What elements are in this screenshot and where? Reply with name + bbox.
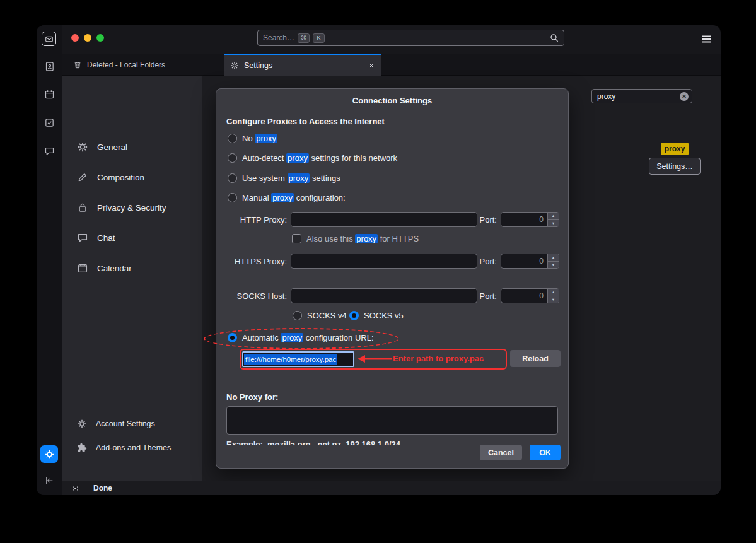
radio-icon[interactable] <box>228 173 237 183</box>
shortcut-key-cmd: ⌘ <box>298 33 310 43</box>
sidebar-item-composition[interactable]: Composition <box>62 165 202 190</box>
screen: Search… ⌘ K Deleted - Local Folders Sett… <box>0 0 756 543</box>
http-proxy-label: HTTP Proxy: <box>216 215 287 225</box>
port-spinner[interactable]: ▲▼ <box>547 289 559 303</box>
address-book-icon <box>44 61 55 72</box>
gear-icon <box>77 141 88 153</box>
thunderbird-window: Search… ⌘ K Deleted - Local Folders Sett… <box>37 25 721 495</box>
port-spinner[interactable]: ▲▼ <box>547 213 559 226</box>
text-segment: Auto-detect <box>242 153 286 163</box>
port-spinner[interactable]: ▲▼ <box>547 254 559 268</box>
puzzle-icon <box>77 443 87 453</box>
radio-icon[interactable] <box>228 333 237 342</box>
sidebar-item-calendar[interactable]: Calendar <box>62 255 202 281</box>
port-value: 0 <box>501 289 547 303</box>
global-search-input[interactable]: Search… ⌘ K <box>257 30 564 46</box>
checkbox-icon[interactable] <box>292 234 301 243</box>
radio-automatic-proxy-url[interactable]: Automatic proxy configuration URL: <box>228 333 374 342</box>
space-chat-button[interactable] <box>44 145 55 156</box>
sidebar-item-label: Composition <box>97 173 144 182</box>
collapse-icon <box>44 476 54 486</box>
shortcut-key-k: K <box>313 33 325 43</box>
sidebar-item-addons-themes[interactable]: Add-ons and Themes <box>62 436 202 459</box>
radio-icon[interactable] <box>228 193 237 202</box>
gear-icon <box>44 449 55 460</box>
selected-url-text: file:///home/h0mer/proxy.pac <box>244 354 337 365</box>
radio-icon[interactable] <box>349 311 359 320</box>
calendar-icon <box>44 89 55 100</box>
socks-port-field[interactable]: 0 ▲▼ <box>501 288 559 303</box>
radio-label: No proxy <box>242 134 277 143</box>
settings-sidebar: General Composition Privacy & Security C… <box>62 76 202 481</box>
tab-bar: Deleted - Local Folders Settings <box>62 54 721 76</box>
radio-icon[interactable] <box>228 153 237 163</box>
activity-signal-icon <box>71 484 80 493</box>
match-highlight: proxy <box>271 193 294 202</box>
calendar-icon <box>77 262 88 274</box>
sidebar-item-account-settings[interactable]: Account Settings <box>62 412 202 435</box>
spinner-down-icon[interactable]: ▼ <box>548 262 559 269</box>
traffic-close-button[interactable] <box>71 34 79 42</box>
space-calendar-button[interactable] <box>44 88 55 100</box>
reload-button[interactable]: Reload <box>510 350 561 367</box>
traffic-zoom-button[interactable] <box>96 34 104 42</box>
sidebar-item-label: Add-ons and Themes <box>96 443 171 452</box>
text-segment: Also use this <box>306 234 355 243</box>
search-placeholder: Search… <box>263 33 294 42</box>
spinner-down-icon[interactable]: ▼ <box>548 220 559 227</box>
spinner-up-icon[interactable]: ▲ <box>548 213 559 220</box>
port-value: 0 <box>501 213 547 226</box>
space-addressbook-button[interactable] <box>44 61 55 72</box>
spaces-toolbar <box>37 25 62 495</box>
settings-search-input[interactable]: proxy ✕ <box>591 89 692 103</box>
collapse-spaces-button[interactable] <box>44 475 55 486</box>
spinner-up-icon[interactable]: ▲ <box>548 289 559 296</box>
spinner-up-icon[interactable]: ▲ <box>548 254 559 262</box>
pencil-icon <box>77 172 88 183</box>
http-port-field[interactable]: 0 ▲▼ <box>501 212 559 227</box>
tab-deleted-local-folders[interactable]: Deleted - Local Folders <box>73 54 165 76</box>
radio-icon[interactable] <box>293 311 302 320</box>
radio-no-proxy[interactable]: No proxy <box>228 134 277 143</box>
checkbox-use-proxy-https[interactable]: Also use this proxy for HTTPS <box>292 234 419 243</box>
app-menu-button[interactable] <box>701 33 712 45</box>
sidebar-item-label: Calendar <box>97 264 132 273</box>
settings-tab-label: Settings <box>244 61 363 70</box>
proxy-settings-button[interactable]: Settings… <box>649 158 701 175</box>
ok-button[interactable]: OK <box>530 445 561 460</box>
clear-search-icon[interactable]: ✕ <box>680 92 689 101</box>
trash-icon <box>73 61 82 69</box>
close-icon[interactable] <box>368 62 375 69</box>
radio-socks-v4[interactable]: SOCKS v4 <box>293 311 347 320</box>
radio-label: SOCKS v4 <box>307 311 347 320</box>
proxy-url-input[interactable]: file:///home/h0mer/proxy.pac <box>242 351 354 367</box>
sidebar-item-general[interactable]: General <box>62 134 202 160</box>
space-tasks-button[interactable] <box>44 117 55 128</box>
radio-manual-proxy[interactable]: Manual proxy configuration: <box>228 193 346 202</box>
space-settings-button[interactable] <box>40 445 58 463</box>
spinner-down-icon[interactable]: ▼ <box>548 296 559 303</box>
tab-settings[interactable]: Settings <box>224 54 381 76</box>
text-segment: configuration: <box>294 193 346 202</box>
no-proxy-for-textarea[interactable] <box>226 406 558 435</box>
port-label: Port: <box>426 291 497 301</box>
traffic-minimize-button[interactable] <box>84 34 91 42</box>
radio-autodetect-proxy[interactable]: Auto-detect proxy settings for this netw… <box>228 153 397 163</box>
dialog-title: Connection Settings <box>216 96 568 105</box>
space-mail-button[interactable] <box>42 32 56 46</box>
sidebar-item-chat[interactable]: Chat <box>62 225 202 250</box>
checkbox-label: Also use this proxy for HTTPS <box>306 234 419 243</box>
match-highlight: proxy <box>255 134 277 143</box>
radio-system-proxy[interactable]: Use system proxy settings <box>228 173 340 183</box>
status-bar: Done <box>62 481 721 495</box>
radio-socks-v5[interactable]: SOCKS v5 <box>349 311 404 320</box>
radio-label: SOCKS v5 <box>364 311 404 320</box>
text-segment: Use system <box>242 173 288 183</box>
cancel-button[interactable]: Cancel <box>480 445 522 460</box>
https-proxy-label: HTTPS Proxy: <box>216 257 287 266</box>
radio-label: Automatic proxy configuration URL: <box>242 333 374 342</box>
sidebar-item-privacy-security[interactable]: Privacy & Security <box>62 195 202 220</box>
search-icon <box>549 33 559 43</box>
radio-icon[interactable] <box>228 134 237 143</box>
https-port-field[interactable]: 0 ▲▼ <box>501 254 559 269</box>
